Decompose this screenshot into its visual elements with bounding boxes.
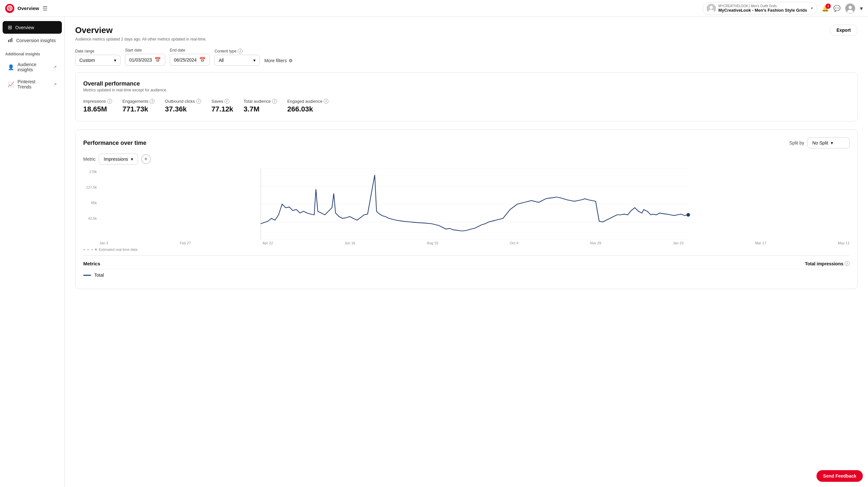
additional-insights-section-label: Additional insights xyxy=(0,47,64,58)
more-filters-button[interactable]: More filters ⚙ xyxy=(264,55,293,66)
start-date-input[interactable]: 01/03/2023 📅 xyxy=(125,54,165,66)
metric-select-value: Impressions xyxy=(104,156,128,162)
metric-value-0: 18.65M xyxy=(83,105,112,113)
sidebar-item-pinterest-trends[interactable]: 📈 Pinterest Trends ↗ xyxy=(3,76,62,93)
metric-item-4: Total audience i 3.7M xyxy=(244,99,277,113)
account-subtitle: MYCREATIVELOOK | Men's Outfit Grids xyxy=(718,4,807,8)
content-type-select[interactable]: All ▾ xyxy=(214,55,260,66)
menu-icon[interactable]: ☰ xyxy=(42,5,48,12)
metric-info-icon-4[interactable]: i xyxy=(272,99,277,104)
metric-info-icon-5[interactable]: i xyxy=(323,99,329,104)
content-type-label: Content type i xyxy=(214,49,260,54)
messages-button[interactable]: 💬 xyxy=(833,5,840,12)
account-name: MyCreativeLook - Men's Fashion Style Gri… xyxy=(718,8,807,12)
date-range-select[interactable]: Custom ▾ xyxy=(75,55,121,66)
account-menu-chevron[interactable]: ▾ xyxy=(860,5,863,12)
metric-item-0: Impressions i 18.65M xyxy=(83,99,112,113)
svg-point-16 xyxy=(687,213,690,217)
sidebar: ⊞ Overview Conversion insights Additiona… xyxy=(0,17,65,487)
split-by-select[interactable]: No Split ▾ xyxy=(807,138,849,148)
metric-info-icon-0[interactable]: i xyxy=(107,99,112,104)
pinterest-logo-icon xyxy=(5,4,14,13)
content-type-value: All xyxy=(219,58,224,63)
x-label-nov29: Nov 29 xyxy=(590,241,601,245)
svg-rect-8 xyxy=(10,39,11,42)
date-range-value: Custom xyxy=(79,58,95,63)
sidebar-item-conversion-insights[interactable]: Conversion insights xyxy=(3,34,62,47)
estimated-text: Estimated real-time data xyxy=(99,248,137,251)
sidebar-item-conversion-label: Conversion insights xyxy=(16,38,56,43)
date-range-filter: Date range Custom ▾ xyxy=(75,49,121,66)
estimated-label: Estimated real-time data xyxy=(83,248,849,251)
svg-point-5 xyxy=(848,6,852,9)
x-label-jan23: Jan 23 xyxy=(673,241,683,245)
chevron-down-icon: ▾ xyxy=(811,6,813,10)
total-impressions-info-icon[interactable]: i xyxy=(845,261,849,266)
y-label-170k: 170k xyxy=(83,170,97,174)
metric-info-icon-1[interactable]: i xyxy=(150,99,154,104)
est-dot-2 xyxy=(87,249,89,250)
page-subtitle: Audience metrics updated 2 days ago. All… xyxy=(75,37,858,41)
metric-label-2: Outbound clicks i xyxy=(165,99,201,104)
export-button[interactable]: Export xyxy=(830,25,858,36)
metric-info-icon-2[interactable]: i xyxy=(196,99,201,104)
sidebar-item-overview[interactable]: ⊞ Overview xyxy=(3,21,62,34)
account-selector[interactable]: MYCREATIVELOOK | Men's Outfit Grids MyCr… xyxy=(703,2,817,15)
content-type-chevron: ▾ xyxy=(253,58,255,63)
filter-icon: ⚙ xyxy=(288,58,293,63)
metric-select-chevron: ▾ xyxy=(131,156,133,162)
notifications-button[interactable]: 🔔 1 xyxy=(822,5,829,12)
metric-label: Metric xyxy=(83,156,96,162)
x-label-oct4: Oct 4 xyxy=(510,241,518,245)
x-label-mar17: Mar 17 xyxy=(755,241,766,245)
metric-line-icon xyxy=(83,275,91,276)
add-metric-button[interactable]: + xyxy=(141,154,151,164)
metric-label-1: Engagements i xyxy=(122,99,154,104)
page-header: Overview Export xyxy=(75,25,858,36)
metric-label-3: Saves i xyxy=(212,99,233,104)
pot-metric-row: Metric Impressions ▾ + xyxy=(83,154,849,164)
topnav-right: MYCREATIVELOOK | Men's Outfit Grids MyCr… xyxy=(703,2,863,15)
metric-value-1: 771.73k xyxy=(122,105,154,113)
metric-item-5: Engaged audience i 266.03k xyxy=(287,99,329,113)
end-date-input[interactable]: 06/25/2024 📅 xyxy=(170,54,210,66)
y-label-85k: 85k xyxy=(83,201,97,205)
main-inner: Overview Export Audience metrics updated… xyxy=(65,17,868,305)
grid-icon: ⊞ xyxy=(8,24,12,30)
metrics-row: Impressions i 18.65M Engagements i 771.7… xyxy=(83,99,849,113)
overall-performance-subtitle: Metrics updated in real-time except for … xyxy=(83,88,849,92)
date-range-chevron: ▾ xyxy=(114,58,116,63)
x-label-feb27: Feb 27 xyxy=(180,241,191,245)
y-label-42k: 42.5k xyxy=(83,216,97,220)
send-feedback-button[interactable]: Send Feedback xyxy=(816,470,863,482)
metric-select[interactable]: Impressions ▾ xyxy=(99,154,138,164)
start-date-value: 01/03/2023 xyxy=(129,57,152,63)
calendar-icon-end: 📅 xyxy=(199,57,206,63)
account-avatar xyxy=(707,4,716,13)
sidebar-item-trends-label: Pinterest Trends xyxy=(18,79,50,89)
user-avatar-button[interactable] xyxy=(845,3,856,13)
chart-svg xyxy=(99,169,849,240)
start-date-filter: Start date 01/03/2023 📅 xyxy=(125,48,165,66)
svg-rect-9 xyxy=(11,38,12,42)
est-dot-3 xyxy=(91,249,93,250)
est-dot-1 xyxy=(83,249,85,250)
metric-info-icon-3[interactable]: i xyxy=(224,99,229,104)
calendar-icon-start: 📅 xyxy=(154,57,161,63)
x-label-may11: May 11 xyxy=(838,241,849,245)
filters-row: Date range Custom ▾ Start date 01/03/202… xyxy=(75,48,858,66)
trends-icon: 📈 xyxy=(8,81,14,88)
audience-icon: 👤 xyxy=(8,64,14,70)
metrics-section-label: Metrics xyxy=(83,261,100,266)
content-type-info-icon[interactable]: i xyxy=(238,49,243,54)
app-layout: ⊞ Overview Conversion insights Additiona… xyxy=(0,17,868,487)
metric-label-5: Engaged audience i xyxy=(287,99,329,104)
metric-item-2: Outbound clicks i 37.36k xyxy=(165,99,201,113)
svg-rect-7 xyxy=(8,40,9,42)
chart-with-yaxis: 170k 127.5k 85k 42.5k xyxy=(83,169,849,240)
sidebar-item-audience-insights[interactable]: 👤 Audience insights ↗ xyxy=(3,59,62,75)
external-link-icon: ↗ xyxy=(54,65,57,69)
total-impressions-label: Total impressions i xyxy=(805,261,849,266)
metric-value-4: 3.7M xyxy=(244,105,277,113)
metric-value-2: 37.36k xyxy=(165,105,201,113)
